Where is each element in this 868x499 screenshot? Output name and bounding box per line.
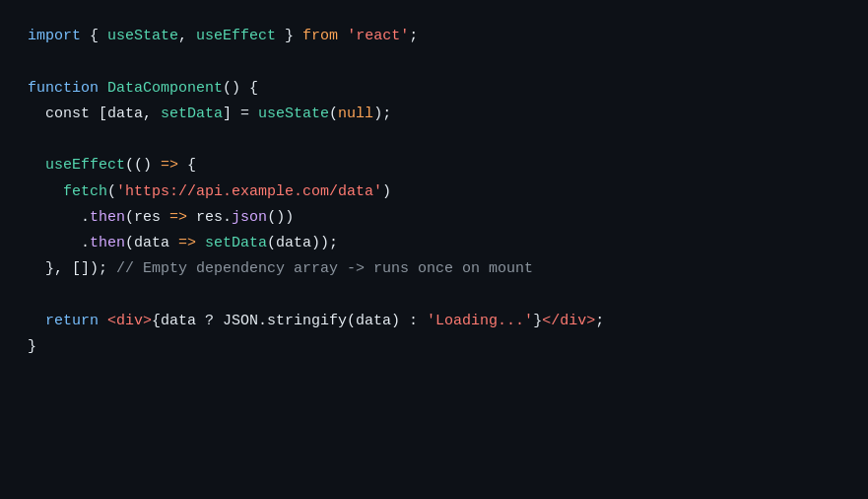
token: const [ <box>28 106 107 122</box>
token: then <box>90 235 125 251</box>
code-line: useEffect(() => { <box>28 153 840 178</box>
token: from <box>302 28 338 44</box>
token: } <box>28 338 36 355</box>
token: ; <box>409 28 418 44</box>
token <box>338 28 347 44</box>
blank-line <box>28 283 840 309</box>
code-line: fetch('https://api.example.com/data') <box>28 179 840 205</box>
token: ) <box>382 183 391 200</box>
token: useState <box>107 28 178 44</box>
token: useState <box>258 106 329 122</box>
code-line: } <box>28 334 840 360</box>
token: { <box>81 28 107 44</box>
token: data <box>107 106 143 122</box>
token <box>99 80 107 97</box>
token: json <box>232 209 267 226</box>
token: </div> <box>542 313 595 329</box>
token: { <box>187 157 196 174</box>
blank-line <box>28 49 840 75</box>
token: useEffect <box>196 28 276 44</box>
token: {data ? JSON.stringify(data) : <box>152 313 427 329</box>
token: ( <box>107 183 116 200</box>
token: , <box>143 106 161 122</box>
token: ; <box>595 313 604 329</box>
token: return <box>28 313 99 329</box>
token: => <box>169 235 205 251</box>
blank-line <box>28 127 840 153</box>
token: then <box>90 209 125 226</box>
token: ()) <box>267 209 294 226</box>
code-editor: import { useState, useEffect } from 'rea… <box>0 0 868 499</box>
code-line: .then(res => res.json()) <box>28 205 840 231</box>
code-line: const [data, setData] = useState(null); <box>28 102 840 127</box>
token: 'Loading...' <box>427 313 533 329</box>
token: 'react' <box>347 28 409 44</box>
token: null <box>338 106 373 122</box>
token: (data)); <box>267 235 338 251</box>
token: res <box>134 209 161 226</box>
token: fetch <box>63 183 107 200</box>
token: }, []); <box>28 260 116 277</box>
code-line: }, []); // Empty dependency array -> run… <box>28 256 840 282</box>
token: => <box>152 157 187 174</box>
token: function <box>28 80 99 97</box>
token: , <box>178 28 196 44</box>
token: ); <box>373 106 391 122</box>
token: (() <box>125 157 152 174</box>
token: setData <box>205 235 267 251</box>
token: import <box>28 28 81 44</box>
token: ( <box>329 106 338 122</box>
token: // Empty dependency array -> runs once o… <box>116 260 533 277</box>
code-line: return <div>{data ? JSON.stringify(data)… <box>28 309 840 334</box>
token: 'https://api.example.com/data' <box>116 183 382 200</box>
token: ( <box>125 235 134 251</box>
token: useEffect <box>45 157 125 174</box>
token: } <box>276 28 302 44</box>
code-line: .then(data => setData(data)); <box>28 231 840 256</box>
token: DataComponent <box>107 80 223 97</box>
token: res <box>196 209 223 226</box>
token <box>28 157 45 174</box>
token <box>99 313 107 329</box>
code-line: function DataComponent() { <box>28 76 840 102</box>
token: <div> <box>107 313 152 329</box>
token <box>28 183 63 200</box>
token: setData <box>161 106 223 122</box>
token: () { <box>223 80 258 97</box>
token: . <box>28 235 90 251</box>
token: ] = <box>223 106 258 122</box>
token: . <box>28 209 90 226</box>
code-line: import { useState, useEffect } from 'rea… <box>28 24 840 49</box>
token: ( <box>125 209 134 226</box>
token: } <box>533 313 542 329</box>
token: data <box>134 235 169 251</box>
token: => <box>161 209 196 226</box>
token: . <box>223 209 232 226</box>
